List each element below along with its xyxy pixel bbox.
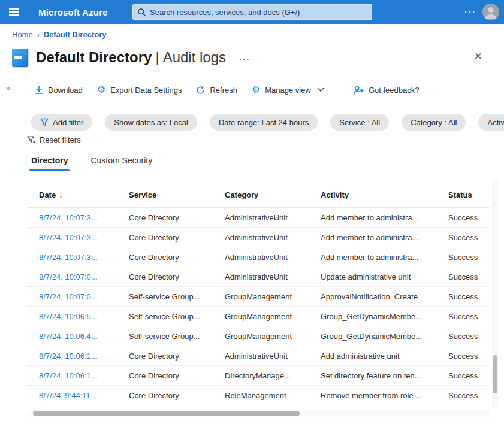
column-header-date[interactable]: Date ↓ (39, 190, 129, 199)
table-row[interactable]: 8/7/24, 10:06:5... Self-service Group...… (27, 307, 490, 326)
hamburger-menu-icon[interactable] (0, 0, 28, 24)
page-title-blade: Audit logs (163, 49, 226, 65)
table-row[interactable]: 8/7/24, 10:07:3... Core Directory Admini… (27, 247, 490, 267)
page-title-separator: | (155, 49, 159, 65)
audit-service-cell: Self-service Group... (129, 332, 225, 341)
audit-activity-cell: ApprovalNotification_Create (321, 292, 448, 301)
toolbar-divider (339, 83, 339, 96)
audit-activity-cell: Remove member from role ... (321, 391, 448, 400)
audit-category-cell: RoleManagement (225, 391, 321, 400)
vertical-scrollbar[interactable] (492, 180, 498, 408)
audit-date-link[interactable]: 8/7/24, 10:06:5... (39, 312, 129, 321)
audit-activity-cell: Add member to administra... (321, 233, 448, 242)
service-filter-label: Service : All (339, 118, 380, 127)
column-header-service[interactable]: Service (129, 190, 225, 199)
column-header-status[interactable]: Status (448, 190, 490, 199)
global-search[interactable] (132, 4, 372, 20)
audit-date-link[interactable]: 8/7/24, 10:07:0... (39, 292, 129, 301)
close-icon[interactable]: ✕ (472, 48, 485, 65)
audit-service-cell: Core Directory (129, 371, 225, 380)
table-row[interactable]: 8/7/24, 10:07:0... Core Directory Admini… (27, 267, 490, 287)
breadcrumb-home-link[interactable]: Home (12, 30, 33, 39)
audit-date-link[interactable]: 8/7/24, 10:06:4... (39, 332, 129, 341)
horizontal-scrollbar-thumb[interactable] (33, 411, 300, 416)
show-dates-as-pill[interactable]: Show dates as: Local (105, 114, 197, 131)
table-row[interactable]: 8/7/24, 10:06:1... Core Directory Admini… (27, 346, 490, 366)
activity-filter-pill[interactable]: Activity : All (478, 114, 504, 131)
breadcrumb-current-link[interactable]: Default Directory (44, 30, 107, 39)
expand-menu-icon[interactable]: » (5, 83, 10, 93)
tab-directory[interactable]: Directory (29, 153, 70, 171)
vertical-scrollbar-thumb[interactable] (493, 355, 497, 393)
download-label: Download (48, 86, 83, 95)
audit-date-link[interactable]: 8/7/24, 10:07:3... (39, 253, 129, 262)
audit-date-link[interactable]: 8/7/24, 10:07:3... (39, 233, 129, 242)
filter-pill-row: Add filter Show dates as: Local Date ran… (31, 114, 504, 131)
audit-activity-cell: Group_GetDynamicMembe... (321, 312, 448, 321)
table-row[interactable]: 8/7/24, 9:44:11 ... Core Directory RoleM… (27, 386, 490, 405)
service-filter-pill[interactable]: Service : All (330, 114, 389, 131)
table-row[interactable]: 8/7/24, 10:06:4... Self-service Group...… (27, 326, 490, 346)
topbar-more-icon[interactable]: ··· (464, 0, 476, 24)
manage-view-label: Manage view (265, 86, 311, 95)
audit-service-cell: Core Directory (129, 253, 225, 262)
audit-date-link[interactable]: 8/7/24, 10:06:1... (39, 371, 129, 380)
export-data-settings-label: Export Data Settings (110, 86, 182, 95)
page-more-icon[interactable]: ··· (239, 54, 251, 63)
export-data-settings-button[interactable]: ⚙ Export Data Settings (97, 85, 182, 95)
audit-status-cell: Success (448, 292, 490, 301)
refresh-button[interactable]: Refresh (196, 86, 237, 95)
audit-service-cell: Core Directory (129, 352, 225, 361)
refresh-label: Refresh (210, 86, 237, 95)
page-title-bar: Default Directory|Audit logs ··· ✕ (12, 46, 492, 69)
audit-category-cell: GroupManagement (225, 332, 321, 341)
audit-status-cell: Success (448, 312, 490, 321)
audit-status-cell: Success (448, 253, 490, 262)
audit-date-link[interactable]: 8/7/24, 9:44:11 ... (39, 391, 129, 400)
audit-activity-cell: Add member to administra... (321, 253, 448, 262)
table-row[interactable]: 8/7/24, 10:07:3... Core Directory Admini… (27, 208, 490, 228)
gear-icon: ⚙ (252, 85, 260, 95)
audit-category-cell: AdministrativeUnit (225, 233, 321, 242)
audit-activity-cell: Update administrative unit (321, 272, 448, 281)
audit-date-link[interactable]: 8/7/24, 10:07:3... (39, 213, 129, 222)
search-icon (138, 8, 146, 16)
category-filter-pill[interactable]: Category : All (402, 114, 466, 131)
got-feedback-button[interactable]: Got feedback? (354, 86, 420, 95)
toolbar-rule (27, 102, 490, 102)
horizontal-scrollbar[interactable] (27, 410, 490, 417)
audit-activity-cell: Add member to administra... (321, 213, 448, 222)
date-range-pill[interactable]: Date range: Last 24 hours (210, 114, 318, 131)
audit-date-link[interactable]: 8/7/24, 10:06:1... (39, 352, 129, 361)
audit-category-cell: AdministrativeUnit (225, 213, 321, 222)
category-filter-label: Category : All (411, 118, 457, 127)
table-row[interactable]: 8/7/24, 10:07:0... Self-service Group...… (27, 287, 490, 307)
search-input[interactable] (150, 8, 367, 17)
audit-status-cell: Success (448, 233, 490, 242)
column-header-date-label: Date (39, 190, 56, 199)
breadcrumb: Home › Default Directory (12, 30, 106, 39)
user-avatar[interactable] (482, 4, 499, 20)
table-row[interactable]: 8/7/24, 10:06:1... Core Directory Direct… (27, 366, 490, 386)
azure-brand-logo[interactable]: Microsoft Azure (38, 7, 108, 17)
reset-filters-button[interactable]: Reset filters (27, 135, 81, 144)
filter-funnel-icon (40, 118, 49, 126)
audit-service-cell: Self-service Group... (129, 312, 225, 321)
reset-filter-icon (27, 136, 36, 144)
audit-service-cell: Core Directory (129, 213, 225, 222)
audit-service-cell: Core Directory (129, 233, 225, 242)
audit-service-cell: Self-service Group... (129, 292, 225, 301)
manage-view-button[interactable]: ⚙ Manage view (252, 85, 324, 95)
table-body: 8/7/24, 10:07:3... Core Directory Admini… (27, 208, 490, 405)
activity-filter-label: Activity : All (487, 118, 504, 127)
add-filter-pill[interactable]: Add filter (31, 114, 92, 131)
tab-custom-security[interactable]: Custom Security (89, 153, 154, 171)
table-row[interactable]: 8/7/24, 10:07:3... Core Directory Admini… (27, 228, 490, 247)
audit-category-cell: AdministrativeUnit (225, 253, 321, 262)
audit-activity-cell: Group_GetDynamicMembe... (321, 332, 448, 341)
audit-date-link[interactable]: 8/7/24, 10:07:0... (39, 272, 129, 281)
download-button[interactable]: Download (35, 86, 83, 95)
audit-activity-cell: Set directory feature on ten... (321, 371, 448, 380)
column-header-category[interactable]: Category (225, 190, 321, 199)
column-header-activity[interactable]: Activity (321, 190, 448, 199)
